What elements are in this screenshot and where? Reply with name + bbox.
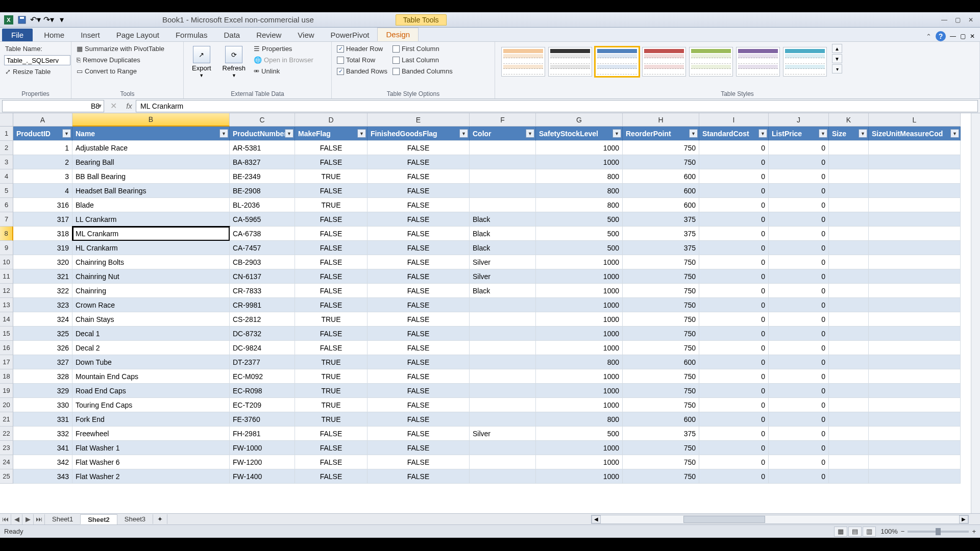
cell[interactable]: DT-2377 bbox=[230, 355, 295, 369]
cell[interactable]: 600 bbox=[623, 184, 699, 198]
cell[interactable]: 0 bbox=[699, 327, 769, 341]
cell[interactable] bbox=[869, 184, 961, 198]
cell[interactable]: FH-2981 bbox=[230, 427, 295, 441]
vertical-scrollbar[interactable] bbox=[971, 113, 980, 513]
cell[interactable]: 0 bbox=[699, 255, 769, 269]
cell[interactable]: FALSE bbox=[295, 184, 368, 198]
table-header-cell[interactable]: MakeFlag▼ bbox=[295, 127, 368, 141]
cell[interactable]: Headset Ball Bearings bbox=[72, 184, 230, 198]
cell[interactable]: 332 bbox=[13, 427, 72, 441]
cell[interactable] bbox=[869, 398, 961, 412]
cell[interactable] bbox=[470, 169, 536, 184]
cell[interactable]: 320 bbox=[13, 255, 72, 269]
summarize-pivot-button[interactable]: ▦Summarize with PivotTable bbox=[76, 44, 165, 54]
help-icon[interactable]: ? bbox=[936, 31, 946, 41]
cell[interactable]: CS-2812 bbox=[230, 312, 295, 327]
cell[interactable] bbox=[470, 155, 536, 169]
row-header[interactable]: 17 bbox=[0, 355, 13, 369]
column-header-E[interactable]: E bbox=[368, 113, 470, 127]
cell[interactable]: 1000 bbox=[536, 312, 623, 327]
cell[interactable]: 750 bbox=[623, 155, 699, 169]
cell[interactable]: FW-1000 bbox=[230, 441, 295, 455]
cell[interactable] bbox=[869, 155, 961, 169]
cell[interactable]: TRUE bbox=[295, 169, 368, 184]
qat-more-icon[interactable]: ▾ bbox=[56, 14, 67, 26]
cell[interactable]: TRUE bbox=[295, 412, 368, 427]
cell[interactable] bbox=[470, 412, 536, 427]
cell[interactable]: 0 bbox=[769, 441, 829, 455]
filter-dropdown-icon[interactable]: ▼ bbox=[62, 129, 71, 138]
cell[interactable]: 342 bbox=[13, 455, 72, 469]
cell[interactable] bbox=[470, 355, 536, 369]
cell[interactable]: TRUE bbox=[295, 198, 368, 212]
cell[interactable]: FALSE bbox=[368, 284, 470, 298]
cell[interactable]: 321 bbox=[13, 269, 72, 284]
cell[interactable]: FALSE bbox=[368, 412, 470, 427]
column-header-K[interactable]: K bbox=[829, 113, 869, 127]
cell[interactable]: 375 bbox=[623, 212, 699, 227]
cell[interactable] bbox=[470, 141, 536, 155]
remove-duplicates-button[interactable]: ⎘Remove Duplicates bbox=[76, 55, 165, 65]
row-header[interactable]: 25 bbox=[0, 469, 13, 484]
cell[interactable]: FALSE bbox=[295, 327, 368, 341]
cell[interactable] bbox=[829, 469, 869, 484]
cell[interactable]: 0 bbox=[769, 198, 829, 212]
cell[interactable]: Chainring bbox=[72, 284, 230, 298]
cell[interactable] bbox=[829, 312, 869, 327]
cell[interactable]: 0 bbox=[699, 212, 769, 227]
cell[interactable]: 0 bbox=[769, 327, 829, 341]
cell[interactable]: 500 bbox=[536, 427, 623, 441]
header-row-check[interactable]: ✓Header Row bbox=[336, 44, 388, 54]
cell[interactable]: 600 bbox=[623, 198, 699, 212]
cell[interactable]: 327 bbox=[13, 355, 72, 369]
cell[interactable] bbox=[829, 169, 869, 184]
cell[interactable]: 3 bbox=[13, 169, 72, 184]
zoom-level[interactable]: 100% bbox=[881, 528, 898, 535]
row-header[interactable]: 15 bbox=[0, 327, 13, 341]
cell[interactable]: FALSE bbox=[368, 369, 470, 384]
cell[interactable]: 0 bbox=[699, 298, 769, 312]
cell[interactable]: 600 bbox=[623, 412, 699, 427]
cell[interactable]: 0 bbox=[699, 155, 769, 169]
cell[interactable]: BE-2349 bbox=[230, 169, 295, 184]
scroll-left-icon[interactable]: ◀ bbox=[592, 515, 601, 523]
sheet-tab-3[interactable]: Sheet3 bbox=[117, 514, 153, 524]
cell[interactable]: 1000 bbox=[536, 384, 623, 398]
cell[interactable]: 0 bbox=[769, 298, 829, 312]
cell[interactable] bbox=[829, 155, 869, 169]
fx-icon[interactable]: fx bbox=[122, 102, 136, 110]
cell[interactable] bbox=[869, 141, 961, 155]
tab-formulas[interactable]: Formulas bbox=[167, 29, 216, 41]
cell[interactable]: 0 bbox=[699, 141, 769, 155]
cell[interactable]: 318 bbox=[13, 227, 72, 241]
row-header[interactable]: 12 bbox=[0, 284, 13, 298]
row-header[interactable]: 9 bbox=[0, 241, 13, 255]
cell[interactable]: 375 bbox=[623, 227, 699, 241]
cell[interactable] bbox=[829, 212, 869, 227]
cell[interactable]: FALSE bbox=[368, 469, 470, 484]
cell[interactable]: Freewheel bbox=[72, 427, 230, 441]
cell[interactable]: FW-1400 bbox=[230, 469, 295, 484]
cell[interactable]: 750 bbox=[623, 255, 699, 269]
row-header[interactable]: 13 bbox=[0, 298, 13, 312]
total-row-check[interactable]: Total Row bbox=[336, 55, 388, 65]
cell[interactable]: 0 bbox=[699, 369, 769, 384]
cell[interactable]: Black bbox=[470, 227, 536, 241]
cell[interactable]: 0 bbox=[769, 455, 829, 469]
cell[interactable]: 325 bbox=[13, 327, 72, 341]
new-sheet-button[interactable]: ✦ bbox=[153, 514, 167, 524]
cell[interactable]: TRUE bbox=[295, 312, 368, 327]
cell[interactable]: 317 bbox=[13, 212, 72, 227]
cell[interactable]: 750 bbox=[623, 341, 699, 355]
cell[interactable] bbox=[829, 369, 869, 384]
cell[interactable]: CR-7833 bbox=[230, 284, 295, 298]
cell[interactable]: FALSE bbox=[368, 427, 470, 441]
cell[interactable] bbox=[829, 269, 869, 284]
cell[interactable]: 0 bbox=[769, 469, 829, 484]
cell[interactable]: FALSE bbox=[368, 155, 470, 169]
first-column-check[interactable]: First Column bbox=[391, 44, 454, 54]
cell[interactable]: 1000 bbox=[536, 398, 623, 412]
doc-restore-icon[interactable]: ▢ bbox=[960, 33, 966, 40]
zoom-in-icon[interactable]: + bbox=[972, 528, 976, 535]
cell[interactable]: FALSE bbox=[295, 212, 368, 227]
